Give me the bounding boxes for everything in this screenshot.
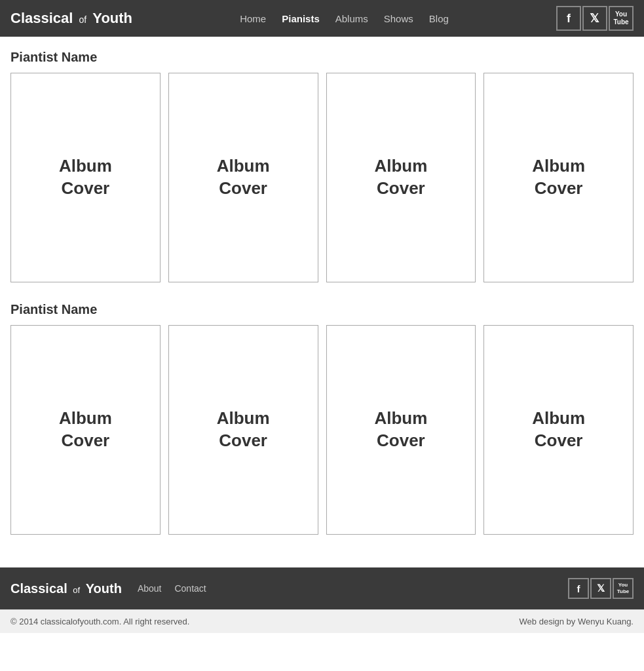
album-cover-label: AlbumCover (59, 155, 112, 200)
album-card[interactable]: AlbumCover (10, 73, 161, 282)
main-nav: Home Pianists Ablums Shows Blog (240, 13, 449, 24)
album-card[interactable]: AlbumCover (168, 73, 318, 282)
pianist-section-2: Piantist Name AlbumCover AlbumCover Albu… (10, 302, 634, 535)
album-card[interactable]: AlbumCover (10, 325, 161, 535)
footer-logo-of: of (73, 585, 80, 595)
footer-nav-contact[interactable]: Contact (174, 583, 206, 594)
footer-nav: About Contact (138, 583, 206, 594)
footer-logo-youth: Youth (86, 581, 122, 596)
album-card[interactable]: AlbumCover (326, 325, 476, 535)
footer-facebook-icon[interactable]: f (568, 578, 589, 599)
album-cover-label: AlbumCover (532, 155, 585, 200)
facebook-icon[interactable]: f (556, 6, 581, 31)
footer-nav-about[interactable]: About (138, 583, 162, 594)
footer-top: Classical of Youth About Contact f 𝕏 You… (0, 567, 644, 609)
footer-twitter-icon[interactable]: 𝕏 (590, 578, 611, 599)
logo-classical: Classical (10, 10, 73, 26)
header-social: f 𝕏 YouTube (556, 6, 634, 31)
footer-social: f 𝕏 YouTube (568, 578, 634, 599)
album-card[interactable]: AlbumCover (326, 73, 476, 282)
pianist-section-1: Piantist Name AlbumCover AlbumCover Albu… (10, 50, 634, 282)
pianist-name-2: Piantist Name (10, 302, 634, 317)
nav-ablums[interactable]: Ablums (335, 13, 368, 24)
main-content: Piantist Name AlbumCover AlbumCover Albu… (0, 37, 644, 567)
twitter-icon[interactable]: 𝕏 (582, 6, 607, 31)
nav-shows[interactable]: Shows (384, 13, 413, 24)
footer-copyright: © 2014 classicalofyouth.com. All right r… (10, 617, 189, 626)
album-cover-label: AlbumCover (532, 408, 585, 452)
album-card[interactable]: AlbumCover (483, 325, 634, 535)
pianist-name-1: Piantist Name (10, 50, 634, 65)
albums-grid-2: AlbumCover AlbumCover AlbumCover AlbumCo… (10, 325, 634, 535)
nav-pianists[interactable]: Pianists (282, 13, 320, 24)
footer-bottom: © 2014 classicalofyouth.com. All right r… (0, 609, 644, 633)
album-cover-label: AlbumCover (217, 408, 270, 452)
logo-of: of (79, 14, 87, 25)
album-card[interactable]: AlbumCover (483, 73, 634, 282)
footer-credit: Web design by Wenyu Kuang. (520, 617, 634, 626)
header-logo: Classical of Youth (10, 10, 132, 27)
albums-grid-1: AlbumCover AlbumCover AlbumCover AlbumCo… (10, 73, 634, 282)
footer-logo-classical: Classical (10, 581, 67, 596)
album-cover-label: AlbumCover (217, 155, 270, 200)
album-cover-label: AlbumCover (374, 155, 427, 200)
site-header: Classical of Youth Home Pianists Ablums … (0, 0, 644, 37)
album-cover-label: AlbumCover (59, 408, 112, 452)
nav-blog[interactable]: Blog (429, 13, 449, 24)
youtube-icon[interactable]: YouTube (609, 6, 634, 31)
album-card[interactable]: AlbumCover (168, 325, 318, 535)
footer-youtube-icon[interactable]: YouTube (613, 578, 634, 599)
logo-youth: Youth (92, 10, 132, 26)
nav-home[interactable]: Home (240, 13, 266, 24)
footer-logo: Classical of Youth (10, 581, 122, 596)
album-cover-label: AlbumCover (374, 408, 427, 452)
